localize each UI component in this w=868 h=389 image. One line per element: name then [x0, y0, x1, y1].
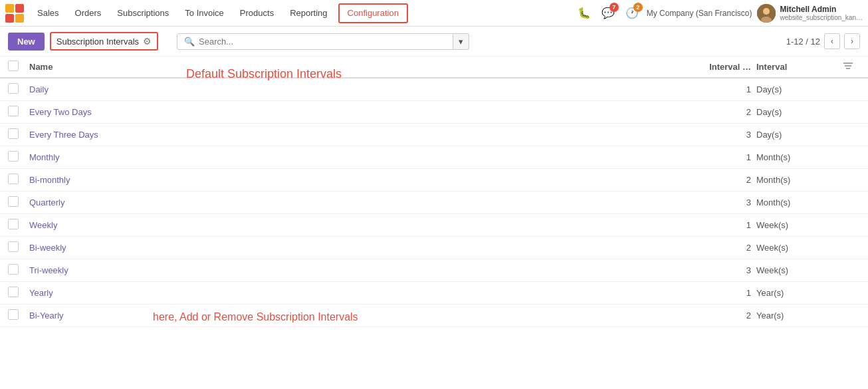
row-check[interactable] [8, 128, 29, 141]
table-row[interactable]: Bi-Yearly 2 Year(s) [0, 305, 868, 327]
row-check[interactable] [8, 174, 29, 186]
svg-rect-2 [5, 14, 14, 23]
row-name: Every Two Days [29, 107, 663, 117]
row-checkbox[interactable] [8, 106, 19, 116]
search-input[interactable] [199, 37, 446, 47]
row-checkbox[interactable] [8, 241, 19, 252]
nav-products[interactable]: Products [232, 0, 282, 27]
search-input-wrap: 🔍 [177, 33, 453, 50]
row-check[interactable] [8, 151, 29, 164]
row-name: Daily [29, 84, 663, 94]
nav-reporting[interactable]: Reporting [282, 0, 335, 27]
nav-orders[interactable]: Orders [67, 0, 110, 27]
row-interval-num: 2 [663, 311, 756, 321]
bug-icon: 🐛 [578, 7, 591, 19]
bug-icon-btn[interactable]: 🐛 [575, 4, 594, 23]
breadcrumb[interactable]: Subscription Intervals ⚙ [50, 32, 158, 51]
row-check[interactable] [8, 287, 29, 299]
row-name: Bi-weekly [29, 243, 663, 253]
svg-rect-1 [15, 4, 24, 13]
row-name: Quarterly [29, 197, 663, 207]
row-interval-type: Day(s) [756, 84, 836, 94]
row-name: Tri-weekly [29, 265, 663, 275]
new-button[interactable]: New [8, 33, 45, 51]
row-interval-type: Year(s) [756, 311, 836, 321]
breadcrumb-label: Subscription Intervals [56, 37, 139, 47]
row-interval-num: 1 [663, 84, 756, 94]
header-name: Name [29, 62, 663, 72]
nav-to-invoice[interactable]: To Invoice [177, 0, 232, 27]
clock-badge: 2 [633, 3, 643, 12]
table-row[interactable]: Monthly 1 Month(s) [0, 146, 868, 169]
row-interval-num: 3 [663, 265, 756, 275]
row-checkbox[interactable] [8, 309, 19, 320]
nav-subscriptions[interactable]: Subscriptions [109, 0, 177, 27]
user-name: Mitchell Admin [780, 5, 863, 14]
table-row[interactable]: Bi-monthly 2 Month(s) [0, 169, 868, 192]
svg-point-5 [763, 8, 770, 15]
chat-btn[interactable]: 💬 7 [599, 4, 617, 23]
row-interval-type: Week(s) [756, 243, 836, 253]
pagination: 1-12 / 12 ‹ › [786, 33, 860, 49]
row-interval-num: 2 [663, 107, 756, 117]
chat-badge: 7 [609, 3, 619, 12]
table-row[interactable]: Bi-weekly 2 Week(s) [0, 237, 868, 259]
table-row[interactable]: Quarterly 3 Month(s) [0, 192, 868, 214]
search-area: 🔍 ▾ [177, 33, 469, 50]
svg-rect-3 [15, 14, 24, 23]
row-checkbox[interactable] [8, 174, 19, 184]
table-row[interactable]: Daily 1 Day(s) [0, 78, 868, 101]
app-logo[interactable] [5, 4, 24, 23]
select-all-checkbox[interactable] [8, 61, 19, 71]
table-header: Name Interval … Interval [0, 57, 868, 78]
row-interval-num: 3 [663, 130, 756, 140]
row-checkbox[interactable] [8, 264, 19, 275]
header-check[interactable] [8, 61, 29, 73]
row-interval-num: 3 [663, 197, 756, 207]
row-checkbox[interactable] [8, 219, 19, 229]
user-role: website_subscription_kan… [780, 14, 863, 21]
table-row[interactable]: Yearly 1 Year(s) [0, 282, 868, 305]
table-row[interactable]: Every Two Days 2 Day(s) [0, 101, 868, 124]
header-interval-type[interactable]: Interval [756, 62, 836, 72]
row-interval-type: Month(s) [756, 175, 836, 185]
svg-rect-0 [5, 4, 14, 13]
user-menu[interactable]: Mitchell Admin website_subscription_kan… [757, 4, 863, 23]
table-row[interactable]: Tri-weekly 3 Week(s) [0, 259, 868, 282]
row-checkbox[interactable] [8, 151, 19, 162]
pagination-next[interactable]: › [844, 33, 860, 49]
row-name: Bi-Yearly [29, 311, 663, 321]
company-name: My Company (San Francisco) [647, 9, 752, 18]
row-check[interactable] [8, 219, 29, 231]
row-check[interactable] [8, 241, 29, 254]
clock-btn[interactable]: 🕐 2 [623, 4, 641, 23]
toolbar: New Subscription Intervals ⚙ 🔍 ▾ 1-12 / … [0, 27, 868, 57]
row-interval-type: Day(s) [756, 107, 836, 117]
row-name: Monthly [29, 152, 663, 162]
row-interval-num: 1 [663, 288, 756, 298]
nav-configuration[interactable]: Configuration [338, 3, 408, 23]
row-checkbox[interactable] [8, 287, 19, 297]
header-interval-num[interactable]: Interval … [663, 62, 756, 72]
pagination-prev[interactable]: ‹ [824, 33, 840, 49]
row-checkbox[interactable] [8, 83, 19, 94]
row-interval-num: 2 [663, 175, 756, 185]
user-info: Mitchell Admin website_subscription_kan… [780, 5, 863, 21]
row-check[interactable] [8, 83, 29, 96]
table-rows: Daily 1 Day(s) Every Two Days 2 Day(s) E… [0, 78, 868, 327]
row-checkbox[interactable] [8, 128, 19, 139]
nav-sales[interactable]: Sales [29, 0, 67, 27]
row-interval-type: Month(s) [756, 197, 836, 207]
row-name: Yearly [29, 288, 663, 298]
row-check[interactable] [8, 309, 29, 322]
table-row[interactable]: Every Three Days 3 Day(s) [0, 124, 868, 146]
row-check[interactable] [8, 264, 29, 277]
table-row[interactable]: Weekly 1 Week(s) [0, 214, 868, 237]
pagination-info: 1-12 / 12 [786, 37, 820, 47]
row-checkbox[interactable] [8, 196, 19, 207]
search-dropdown-btn[interactable]: ▾ [453, 33, 469, 50]
row-check[interactable] [8, 106, 29, 118]
row-interval-type: Week(s) [756, 220, 836, 230]
row-check[interactable] [8, 196, 29, 209]
filter-icon[interactable] [836, 61, 860, 73]
